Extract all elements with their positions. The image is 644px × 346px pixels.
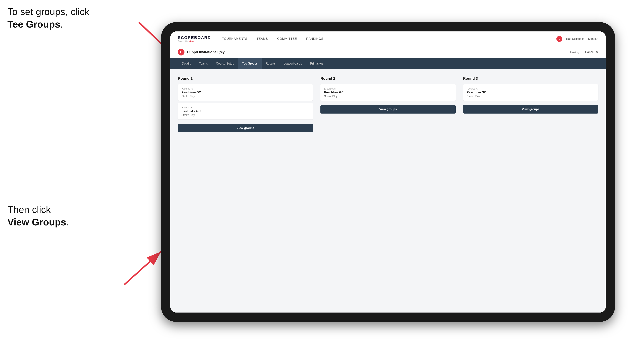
tab-details[interactable]: Details	[178, 58, 195, 69]
tournament-header: C Clippd Invitational (My... Hosting Can…	[170, 46, 606, 58]
instruction-bottom-line1: Then click	[8, 204, 51, 215]
tab-teams[interactable]: Teams	[195, 58, 212, 69]
logo-area: SCOREBOARD Powered by clippit	[178, 35, 211, 42]
nav-teams[interactable]: TEAMS	[256, 37, 268, 41]
instruction-bottom-suffix: .	[66, 217, 69, 227]
round-3-course-a-name: Peachtree GC	[467, 91, 594, 94]
view-groups-button-round-1[interactable]: View groups	[178, 124, 313, 132]
instruction-top-line2: Tee Groups	[8, 19, 60, 30]
logo-sub: Powered by clippit	[178, 40, 211, 42]
round-1-course-b-format: Stroke Play	[182, 114, 309, 117]
instruction-bottom: Then click View Groups.	[8, 203, 69, 228]
round-1-column: Round 1 (Course A) Peachtree GC Stroke P…	[178, 76, 313, 132]
round-1-course-a-format: Stroke Play	[182, 95, 309, 98]
round-2-title: Round 2	[320, 76, 456, 81]
round-3-column: Round 3 (Course A) Peachtree GC Stroke P…	[463, 76, 598, 132]
tab-leaderboards[interactable]: Leaderboards	[280, 58, 306, 69]
instruction-top: To set groups, click Tee Groups.	[8, 5, 89, 30]
round-1-title: Round 1	[178, 76, 313, 81]
main-content: Round 1 (Course A) Peachtree GC Stroke P…	[170, 69, 606, 313]
round-2-course-a-label: (Course A)	[324, 87, 452, 90]
svg-line-3	[124, 251, 161, 285]
round-1-course-b: (Course B) East Lake GC Stroke Play	[178, 103, 313, 120]
round-2-column: Round 2 (Course A) Peachtree GC Stroke P…	[320, 76, 456, 132]
tablet-screen: SCOREBOARD Powered by clippit TOURNAMENT…	[170, 31, 606, 313]
tab-bar: Details Teams Course Setup Tee Groups Re…	[170, 58, 606, 69]
tab-course-setup[interactable]: Course Setup	[212, 58, 238, 69]
round-3-course-a: (Course A) Peachtree GC Stroke Play	[463, 84, 598, 101]
user-email: blair@clippd.io	[566, 37, 584, 40]
instruction-top-line1: To set groups, click	[8, 6, 89, 17]
cancel-x[interactable]: ✕	[596, 50, 598, 54]
nav-items: TOURNAMENTS TEAMS COMMITTEE RANKINGS	[222, 37, 556, 41]
arrow-bottom	[65, 218, 176, 292]
instruction-bottom-line2: View Groups	[8, 217, 66, 227]
tournament-name: Clippd Invitational (My...	[187, 50, 570, 54]
round-2-course-a-name: Peachtree GC	[324, 91, 452, 94]
cancel-button[interactable]: Cancel	[585, 50, 594, 54]
round-1-course-a-name: Peachtree GC	[182, 91, 309, 94]
sign-out-link[interactable]: Sign out	[588, 37, 598, 40]
view-groups-button-round-2[interactable]: View groups	[320, 105, 456, 114]
tab-results[interactable]: Results	[262, 58, 280, 69]
round-3-course-a-label: (Course A)	[467, 87, 594, 90]
logo-text: SCOREBOARD	[178, 35, 211, 40]
round-1-course-a-label: (Course A)	[182, 87, 309, 90]
tab-printables[interactable]: Printables	[306, 58, 328, 69]
nav-rankings[interactable]: RANKINGS	[306, 37, 324, 41]
nav-tournaments[interactable]: TOURNAMENTS	[222, 37, 247, 41]
nav-committee[interactable]: COMMITTEE	[277, 37, 297, 41]
round-3-title: Round 3	[463, 76, 598, 81]
tournament-logo: C	[178, 49, 184, 55]
round-1-course-a: (Course A) Peachtree GC Stroke Play	[178, 84, 313, 101]
round-1-course-b-name: East Lake GC	[182, 110, 309, 113]
nav-right: B blair@clippd.io Sign out	[556, 36, 598, 42]
round-3-course-a-format: Stroke Play	[467, 95, 594, 98]
top-nav: SCOREBOARD Powered by clippit TOURNAMENT…	[170, 31, 606, 46]
round-2-course-a: (Course A) Peachtree GC Stroke Play	[320, 84, 456, 101]
round-2-course-a-format: Stroke Play	[324, 95, 452, 98]
tab-tee-groups[interactable]: Tee Groups	[238, 58, 262, 69]
round-1-course-b-label: (Course B)	[182, 106, 309, 109]
user-avatar: B	[556, 36, 562, 42]
tournament-status: Hosting	[570, 51, 580, 54]
view-groups-button-round-3[interactable]: View groups	[463, 105, 598, 114]
rounds-container: Round 1 (Course A) Peachtree GC Stroke P…	[178, 76, 598, 132]
tablet-frame: SCOREBOARD Powered by clippit TOURNAMENT…	[161, 22, 615, 322]
instruction-top-suffix: .	[60, 19, 63, 30]
